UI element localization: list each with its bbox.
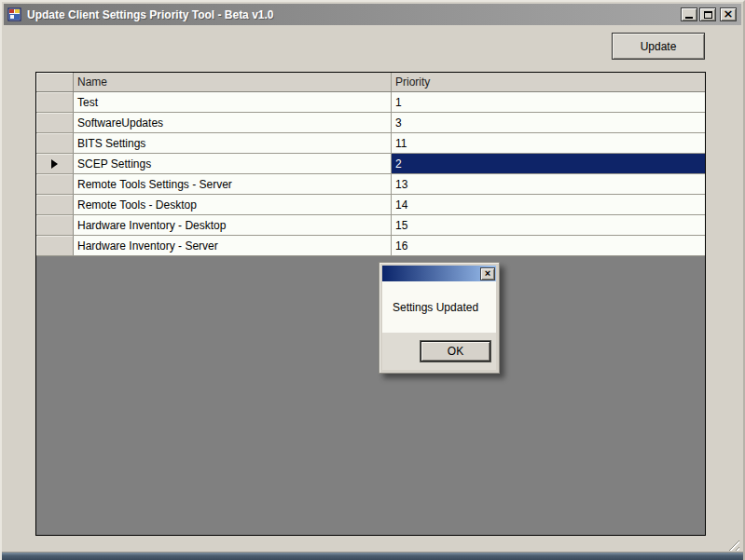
grid-corner-cell[interactable] (36, 73, 74, 91)
table-row[interactable]: SoftwareUpdates 3 (36, 113, 705, 133)
priority-cell-selected[interactable]: 2 (392, 154, 705, 173)
dialog-body: Settings Updated (382, 281, 496, 333)
priority-cell[interactable]: 15 (392, 215, 705, 235)
title-bar: Update Client Settings Priority Tool - B… (4, 4, 741, 25)
close-icon: × (724, 7, 734, 20)
dialog-close-icon: × (485, 268, 490, 279)
message-dialog: × Settings Updated OK (379, 262, 500, 374)
row-header-cell[interactable] (36, 113, 74, 132)
resize-grip[interactable] (725, 537, 739, 551)
window-bottom-edge (2, 552, 743, 560)
column-header-priority[interactable]: Priority (392, 73, 705, 91)
column-header-name[interactable]: Name (74, 73, 392, 91)
dialog-title-bar: × (382, 266, 496, 281)
priority-cell[interactable]: 14 (392, 195, 705, 214)
minimize-icon (685, 17, 693, 19)
maximize-button[interactable] (699, 7, 716, 21)
table-row-selected[interactable]: SCEP Settings 2 (36, 154, 705, 174)
current-row-arrow-icon (51, 159, 58, 169)
name-cell[interactable]: Hardware Inventory - Server (74, 236, 392, 255)
table-row[interactable]: BITS Settings 11 (36, 133, 705, 154)
row-header-cell[interactable] (36, 133, 74, 153)
row-header-cell[interactable] (36, 174, 74, 194)
table-row[interactable]: Test 1 (36, 92, 705, 113)
name-cell[interactable]: Remote Tools - Desktop (74, 195, 392, 214)
update-button-label: Update (641, 40, 677, 53)
priority-cell[interactable]: 3 (392, 113, 705, 132)
ok-button[interactable]: OK (421, 341, 490, 362)
grid-header-row: Name Priority (36, 73, 705, 92)
row-header-cell[interactable] (36, 236, 74, 255)
name-cell[interactable]: Hardware Inventory - Desktop (74, 215, 392, 235)
dialog-footer: OK (382, 333, 496, 370)
name-cell[interactable]: Test (74, 92, 392, 112)
row-header-cell[interactable] (36, 195, 74, 214)
dialog-close-button[interactable]: × (480, 267, 495, 280)
table-row[interactable]: Remote Tools - Desktop 14 (36, 195, 705, 215)
row-header-cell-current[interactable] (36, 154, 74, 173)
update-button[interactable]: Update (612, 33, 705, 60)
name-cell[interactable]: SCEP Settings (74, 154, 392, 173)
maximize-icon (704, 11, 712, 19)
table-row[interactable]: Remote Tools Settings - Server 13 (36, 174, 705, 195)
ok-button-label: OK (448, 345, 463, 358)
close-button[interactable]: × (720, 7, 737, 21)
name-cell[interactable]: SoftwareUpdates (74, 113, 392, 132)
priority-cell[interactable]: 11 (392, 133, 705, 153)
app-window: Update Client Settings Priority Tool - B… (0, 0, 745, 560)
row-header-cell[interactable] (36, 215, 74, 235)
window-title: Update Client Settings Priority Tool - B… (27, 8, 274, 21)
row-header-cell[interactable] (36, 92, 74, 112)
app-icon (7, 7, 22, 22)
priority-cell[interactable]: 1 (392, 92, 705, 112)
priority-cell[interactable]: 13 (392, 174, 705, 194)
name-cell[interactable]: Remote Tools Settings - Server (74, 174, 392, 194)
name-cell[interactable]: BITS Settings (74, 133, 392, 153)
dialog-message: Settings Updated (393, 301, 478, 314)
table-row[interactable]: Hardware Inventory - Desktop 15 (36, 215, 705, 236)
minimize-button[interactable] (681, 7, 697, 21)
caption-buttons: × (679, 7, 737, 21)
settings-grid: Name Priority Test 1 SoftwareUpdates 3 B… (35, 72, 706, 536)
priority-cell[interactable]: 16 (392, 236, 705, 255)
table-row[interactable]: Hardware Inventory - Server 16 (36, 236, 705, 256)
